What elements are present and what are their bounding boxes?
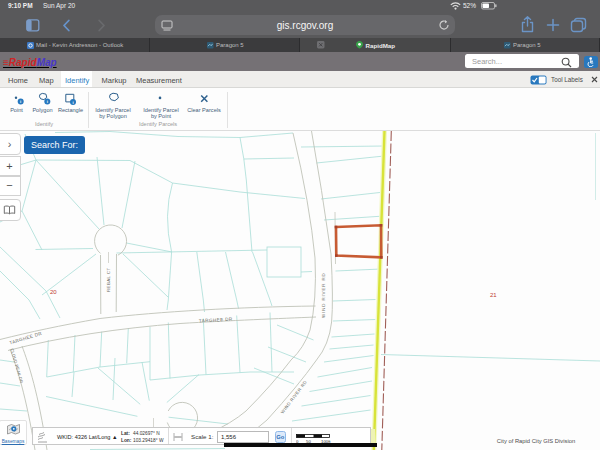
- svg-text:WIND RIVER RD: WIND RIVER RD: [321, 272, 326, 318]
- svg-text:CLOUD PEAK DR: CLOUD PEAK DR: [10, 348, 25, 384]
- svg-text:REBAL CT: REBAL CT: [106, 267, 111, 292]
- svg-text:TARGHEE DR: TARGHEE DR: [199, 316, 233, 323]
- svg-text:i: i: [20, 99, 21, 104]
- svg-text:i: i: [72, 100, 73, 105]
- svg-text:WIND RIVER RD: WIND RIVER RD: [280, 379, 308, 414]
- svg-text:i: i: [47, 99, 48, 104]
- svg-text:21: 21: [490, 292, 497, 298]
- svg-text:20: 20: [50, 289, 57, 295]
